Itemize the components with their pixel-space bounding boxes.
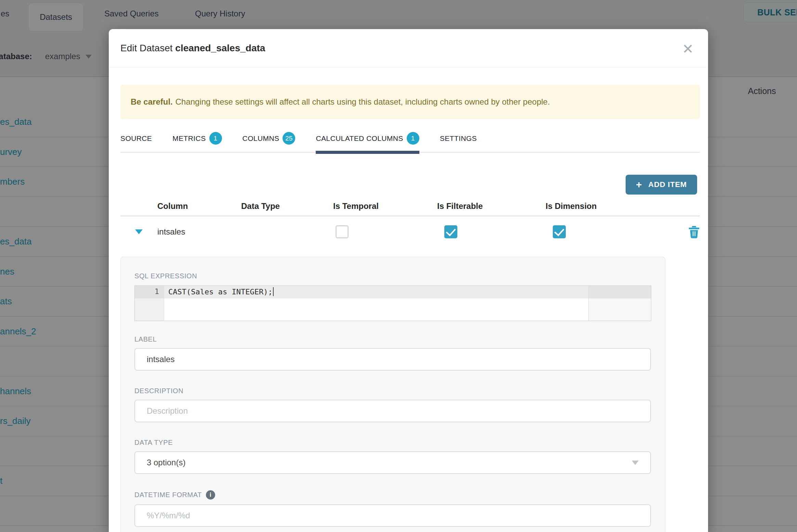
modal-title: Edit Dataset cleaned_sales_data <box>120 43 265 54</box>
data-type-select[interactable]: 3 option(s) <box>134 451 651 474</box>
calculated-column-row: intsales <box>120 216 700 247</box>
editor-print-margin <box>588 286 589 321</box>
warning-banner: Be careful. Changing these settings will… <box>120 85 700 119</box>
is-dimension-checkbox[interactable] <box>553 225 566 238</box>
columns-count-badge: 25 <box>283 132 295 145</box>
modal-header: Edit Dataset cleaned_sales_data ✕ <box>109 29 708 67</box>
select-caret-icon <box>632 461 639 465</box>
modal-body: Be careful. Changing these settings will… <box>109 85 708 532</box>
column-name: intsales <box>157 227 241 237</box>
metrics-count-badge: 1 <box>209 132 222 145</box>
tab-metrics[interactable]: METRICS 1 <box>172 132 222 152</box>
header-column: Column <box>157 201 241 211</box>
add-item-row: + ADD ITEM <box>120 175 700 195</box>
add-item-label: ADD ITEM <box>648 180 687 189</box>
tab-columns[interactable]: COLUMNS 25 <box>243 132 296 152</box>
code-line: CAST(Sales as INTEGER); <box>164 286 651 298</box>
calculated-column-detail-panel: SQL EXPRESSION 1 CAST(Sales as INTEGER);… <box>120 257 665 532</box>
datetime-format-field-group: DATETIME FORMAT i <box>134 490 651 527</box>
header-is-temporal: Is Temporal <box>328 201 437 211</box>
editor-gutter: 1 <box>135 286 164 321</box>
add-item-button[interactable]: + ADD ITEM <box>626 175 697 195</box>
header-data-type: Data Type <box>241 201 328 211</box>
is-temporal-checkbox[interactable] <box>336 225 349 238</box>
sql-expression-editor[interactable]: 1 CAST(Sales as INTEGER); <box>134 285 651 321</box>
tab-calculated-columns[interactable]: CALCULATED COLUMNS 1 <box>316 132 419 152</box>
edit-dataset-modal: Edit Dataset cleaned_sales_data ✕ Be car… <box>109 29 708 532</box>
columns-table-header: Column Data Type Is Temporal Is Filterab… <box>120 200 700 216</box>
data-type-label: DATA TYPE <box>134 439 651 447</box>
collapse-caret-icon[interactable] <box>135 229 143 234</box>
description-input[interactable] <box>134 400 651 422</box>
description-field-group: DESCRIPTION <box>134 387 651 422</box>
close-icon[interactable]: ✕ <box>680 41 695 56</box>
trash-icon[interactable] <box>688 225 700 238</box>
data-type-value: 3 option(s) <box>147 458 185 467</box>
editor-code-area[interactable]: CAST(Sales as INTEGER); <box>164 286 651 321</box>
line-number: 1 <box>135 286 164 298</box>
editor-after-print-margin <box>589 286 651 321</box>
header-is-dimension: Is Dimension <box>546 201 655 211</box>
sql-expression-label: SQL EXPRESSION <box>134 272 651 280</box>
is-filterable-checkbox[interactable] <box>444 225 457 238</box>
data-type-field-group: DATA TYPE 3 option(s) <box>134 439 651 474</box>
datetime-format-label: DATETIME FORMAT i <box>134 490 651 500</box>
datetime-format-label-text: DATETIME FORMAT <box>134 491 202 499</box>
description-label: DESCRIPTION <box>134 387 651 395</box>
tab-label: CALCULATED COLUMNS <box>316 134 403 143</box>
header-is-filterable: Is Filterable <box>437 201 546 211</box>
calculated-columns-count-badge: 1 <box>407 132 419 145</box>
warning-bold: Be careful. <box>131 97 173 107</box>
tab-label: METRICS <box>172 134 206 143</box>
tab-settings[interactable]: SETTINGS <box>440 132 477 152</box>
label-label: LABEL <box>134 335 651 343</box>
screen: es Datasets Saved Queries Query History … <box>0 0 797 532</box>
tab-source[interactable]: SOURCE <box>120 132 152 152</box>
datetime-format-input[interactable] <box>134 504 651 527</box>
warning-text: Changing these settings will affect all … <box>175 97 550 107</box>
info-icon[interactable]: i <box>206 490 215 500</box>
tab-label: SOURCE <box>120 134 152 143</box>
modal-title-prefix: Edit Dataset <box>120 43 175 53</box>
label-input[interactable] <box>134 348 651 371</box>
text-cursor <box>273 287 274 296</box>
tab-label: COLUMNS <box>243 134 279 143</box>
label-field-group: LABEL <box>134 335 651 371</box>
modal-tabs: SOURCE METRICS 1 COLUMNS 25 CALCULATED C… <box>120 132 700 153</box>
modal-title-dataset-name: cleaned_sales_data <box>175 43 265 53</box>
tab-label: SETTINGS <box>440 134 477 143</box>
